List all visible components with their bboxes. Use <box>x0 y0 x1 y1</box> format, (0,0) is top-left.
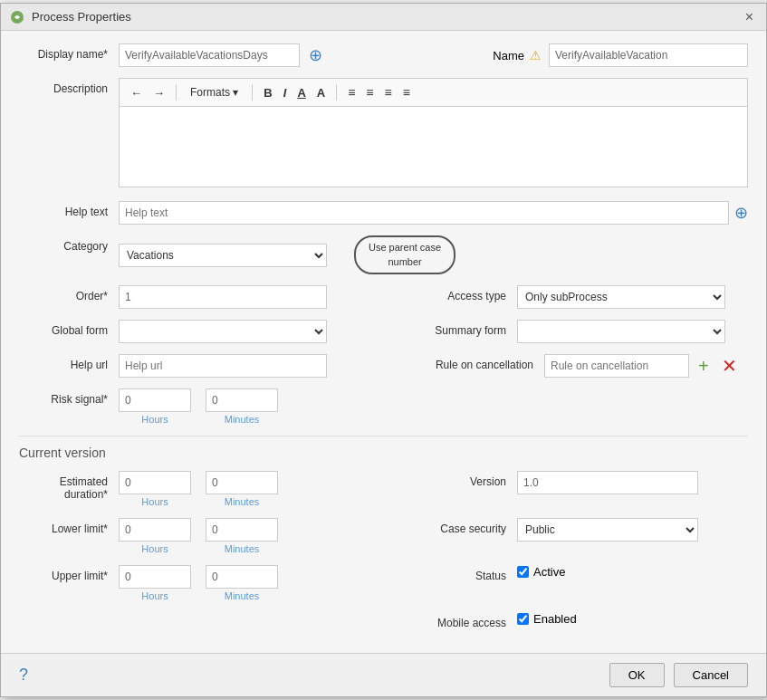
est-minutes-input[interactable] <box>206 471 278 494</box>
access-type-select[interactable]: Only subProcess <box>517 285 725 309</box>
order-access-row: Order* Access type Only subProcess <box>19 285 748 309</box>
help-text-input[interactable] <box>119 201 729 225</box>
risk-minutes-group: Minutes <box>206 388 278 425</box>
description-field: ← → Formats ▾ B I A A ≡ ≡ ≡ ≡ <box>119 78 748 190</box>
risk-signal-field: Hours Minutes <box>119 388 278 425</box>
help-text-field: ⊕ <box>119 201 748 225</box>
display-name-label: Display name* <box>19 43 119 61</box>
version-label: Version <box>408 471 517 488</box>
risk-signal-label: Risk signal* <box>19 388 119 406</box>
category-row: Category Vacations Use parent case numbe… <box>19 235 748 274</box>
mobile-access-label: Mobile access <box>408 612 517 629</box>
risk-hours-input[interactable] <box>119 388 191 412</box>
align-right-button[interactable]: ≡ <box>381 83 396 101</box>
display-name-field: ⊕ Name ⚠ <box>119 43 748 67</box>
ok-button[interactable]: OK <box>609 663 665 687</box>
status-checkbox[interactable] <box>517 566 529 578</box>
upper-minutes-input[interactable] <box>206 565 278 589</box>
risk-minutes-input[interactable] <box>206 388 278 412</box>
italic-button[interactable]: I <box>280 84 291 101</box>
name-label: Name <box>493 49 524 62</box>
risk-signal-row: Risk signal* Hours Minutes <box>19 388 748 425</box>
close-button[interactable]: × <box>742 8 757 26</box>
case-security-col: Case security Public <box>408 518 748 554</box>
dialog-title: Process Properties <box>32 10 131 24</box>
description-textarea[interactable] <box>119 106 748 187</box>
access-type-col: Access type Only subProcess <box>408 285 748 309</box>
toolbar-sep-2 <box>252 84 253 101</box>
align-center-button[interactable]: ≡ <box>362 83 377 101</box>
rule-cancel-input[interactable] <box>544 354 689 378</box>
underline-button[interactable]: A <box>293 84 309 101</box>
undo-button[interactable]: ← <box>127 84 146 101</box>
est-dur-field: Hours Minutes <box>119 471 278 507</box>
lower-hours-input[interactable] <box>119 518 191 542</box>
order-label: Order* <box>19 285 119 302</box>
dialog-content: Display name* ⊕ Name ⚠ Description ← <box>1 31 766 653</box>
version-col: Version <box>408 471 748 507</box>
empty-left-col <box>19 612 408 629</box>
est-hours-input[interactable] <box>119 471 191 494</box>
bold-button[interactable]: B <box>260 84 275 101</box>
align-justify-button[interactable]: ≡ <box>399 83 414 101</box>
help-url-input[interactable] <box>119 354 327 378</box>
dialog-footer: ? OK Cancel <box>1 653 766 696</box>
name-input[interactable] <box>549 43 748 67</box>
help-icon[interactable]: ? <box>19 666 28 685</box>
order-col: Order* <box>19 285 408 309</box>
lower-minutes-input[interactable] <box>206 518 278 542</box>
use-parent-line1: Use parent case <box>369 241 441 254</box>
access-type-field: Only subProcess <box>517 285 748 309</box>
mobile-access-checkbox-label: Enabled <box>517 612 577 626</box>
upper-limit-field: Hours Minutes <box>119 565 278 601</box>
upper-hours-label: Hours <box>141 590 168 601</box>
case-security-label: Case security <box>408 518 517 535</box>
toolbar-sep-1 <box>176 84 177 101</box>
category-label: Category <box>19 235 119 253</box>
order-input[interactable] <box>119 285 327 309</box>
status-checkbox-label: Active <box>517 565 565 579</box>
mobile-access-row: Mobile access Enabled <box>19 612 748 629</box>
case-security-select[interactable]: Public <box>517 518 698 542</box>
category-select[interactable]: Vacations <box>119 244 327 267</box>
upper-status-row: Upper limit* Hours Minutes Status <box>19 565 748 601</box>
use-parent-line2: number <box>388 255 421 269</box>
display-name-icon-button[interactable]: ⊕ <box>309 47 322 63</box>
redo-button[interactable]: → <box>149 84 168 101</box>
order-field <box>119 285 327 309</box>
summary-form-select[interactable] <box>517 320 725 343</box>
cancel-button[interactable]: Cancel <box>674 663 748 687</box>
section-divider <box>19 436 748 436</box>
formats-button[interactable]: Formats ▾ <box>184 82 244 102</box>
display-name-input[interactable] <box>119 43 300 67</box>
summary-form-field <box>517 320 748 343</box>
current-version-title: Current version <box>19 446 748 460</box>
upper-hours-group: Hours <box>119 565 191 601</box>
description-toolbar: ← → Formats ▾ B I A A ≡ ≡ ≡ ≡ <box>119 78 748 106</box>
upper-minutes-label: Minutes <box>225 590 260 601</box>
align-left-button[interactable]: ≡ <box>344 83 359 101</box>
help-text-icon-button[interactable]: ⊕ <box>734 205 748 221</box>
footer-buttons: OK Cancel <box>609 663 748 687</box>
font-color-button[interactable]: A <box>313 84 329 101</box>
lower-limit-label: Lower limit* <box>19 518 119 535</box>
mobile-access-value: Enabled <box>533 612 577 626</box>
upper-limit-col: Upper limit* Hours Minutes <box>19 565 408 601</box>
mobile-access-col: Mobile access Enabled <box>408 612 748 629</box>
upper-limit-label: Upper limit* <box>19 565 119 582</box>
upper-hours-input[interactable] <box>119 565 191 589</box>
app-icon <box>10 10 24 24</box>
use-parent-case-group[interactable]: Use parent case number <box>354 235 455 274</box>
lower-hours-group: Hours <box>119 518 191 554</box>
global-form-select[interactable] <box>119 320 327 343</box>
mobile-access-checkbox[interactable] <box>517 613 529 625</box>
rule-cancel-col: Rule on cancellation + ✕ <box>408 354 748 378</box>
est-dur-col: Estimated duration* Hours Minutes <box>19 471 408 507</box>
help-url-label: Help url <box>19 354 119 371</box>
lower-case-sec-row: Lower limit* Hours Minutes Case security <box>19 518 748 554</box>
version-input[interactable] <box>517 471 698 494</box>
rule-remove-button[interactable]: ✕ <box>718 357 741 375</box>
category-field: Vacations Use parent case number <box>119 235 455 274</box>
rule-add-button[interactable]: + <box>695 357 713 375</box>
lower-hours-label: Hours <box>141 543 168 554</box>
